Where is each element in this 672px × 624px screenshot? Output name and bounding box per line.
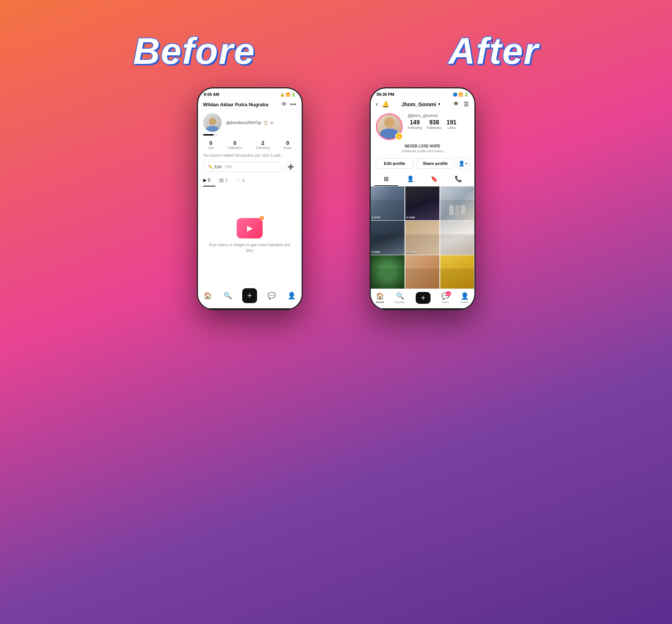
person-plus-icon: 👤+ bbox=[458, 160, 468, 166]
qr-icon[interactable]: ⊞ bbox=[270, 121, 273, 125]
before-stats: 0 Like 0 Followers 2 Following 0 Bean bbox=[198, 138, 302, 152]
grid-item-3[interactable] bbox=[440, 186, 474, 221]
before-home-nav[interactable]: 🏠 bbox=[202, 290, 213, 301]
before-time: 9:05 AM bbox=[204, 92, 220, 97]
before-avatar bbox=[203, 113, 222, 132]
before-status-icons: 🔒📶🔋 bbox=[280, 92, 296, 97]
after-explore-nav[interactable]: 🔍 Explore bbox=[395, 292, 405, 304]
before-status-bar: 9:05 AM 🔒📶🔋 bbox=[198, 88, 302, 98]
after-profile-nav[interactable]: 👤 Profile bbox=[460, 292, 469, 304]
grid-item-9[interactable] bbox=[440, 255, 474, 289]
before-stat-following: 2 Following bbox=[256, 140, 270, 150]
after-content-tabs: ⊞ 👤 🔖 📞 bbox=[371, 172, 474, 186]
more-icon[interactable]: ••• bbox=[290, 101, 296, 108]
before-progress-bar bbox=[203, 134, 218, 136]
video-tab-icon: ▶ bbox=[203, 178, 207, 183]
after-bio: NEVER LOSE HOPE Additional profile infor… bbox=[371, 143, 474, 156]
video-placeholder-icon: ▶ bbox=[237, 218, 263, 238]
before-empty-text: Post videos or images to gain more follo… bbox=[205, 242, 294, 253]
after-edit-profile-button[interactable]: Edit profile bbox=[376, 158, 414, 169]
before-stat-like: 0 Like bbox=[208, 140, 214, 150]
before-edit-row: ✏️ Edit 70% ➕ bbox=[198, 159, 302, 175]
after-label: After bbox=[448, 30, 539, 72]
dropdown-icon[interactable]: ▼ bbox=[437, 102, 441, 106]
explore-icon: 🔍 bbox=[396, 292, 404, 300]
after-tab-person[interactable]: 👤 bbox=[398, 172, 422, 186]
before-header-icons: 👁 ••• bbox=[281, 101, 296, 108]
before-profile-section: @jhonilono25547gi 📋 ⊞ bbox=[198, 110, 302, 134]
after-status-bar: 09:30 PM 🔵📶🔋 bbox=[371, 88, 474, 98]
after-stat-following: 149 Following bbox=[408, 119, 422, 130]
after-bio-line1: NEVER LOSE HOPE bbox=[376, 144, 469, 149]
after-nav-left: ‹ 🔔 bbox=[376, 100, 389, 108]
after-phone: 09:30 PM 🔵📶🔋 ‹ 🔔 Jhom_Gommi ▼ 👁 ☰ bbox=[370, 87, 475, 310]
profile-icon: 👤 bbox=[461, 292, 469, 300]
after-inbox-nav[interactable]: 💬 12 Inbox bbox=[441, 292, 449, 304]
before-bio: You haven't added introduction yet, clic… bbox=[198, 152, 302, 159]
before-tabs: ▶ 0 🖼 2 ♡ 4 bbox=[198, 175, 302, 187]
after-profile-area: + @jhom_ghommi 149 Following 938 Followe… bbox=[371, 110, 474, 143]
after-action-row: Edit profile Share profile 👤+ bbox=[371, 156, 474, 172]
back-icon[interactable]: ‹ bbox=[376, 100, 378, 108]
grid-item-5[interactable]: 0:11M bbox=[405, 221, 439, 255]
inbox-icon: 💬 12 bbox=[441, 292, 449, 300]
before-edit-button[interactable]: ✏️ Edit 70% bbox=[203, 162, 282, 172]
before-empty-area: ▶ Post videos or images to gain more fol… bbox=[198, 187, 302, 284]
inbox-badge: 12 bbox=[446, 291, 451, 296]
after-nav-right: 👁 ☰ bbox=[453, 101, 469, 108]
after-tab-grid[interactable]: ⊞ bbox=[374, 172, 399, 186]
before-message-nav[interactable]: 💬 bbox=[266, 290, 277, 301]
after-add-friend-button[interactable]: 👤+ bbox=[457, 157, 469, 169]
plus-icon: + bbox=[416, 292, 431, 304]
grid-item-6[interactable] bbox=[440, 221, 474, 255]
image-tab-icon: 🖼 bbox=[219, 178, 224, 183]
eye-icon[interactable]: 👁 bbox=[281, 101, 287, 108]
edit-icon: ✏️ bbox=[208, 165, 213, 169]
before-explore-nav[interactable]: 🔍 bbox=[223, 290, 233, 301]
before-bottom-nav: 🏠 🔍 + 💬 👤 bbox=[198, 284, 302, 308]
before-profile-nav[interactable]: 👤 bbox=[286, 290, 297, 301]
before-stat-followers: 0 Followers bbox=[228, 140, 242, 150]
grid-item-2[interactable]: 0:18M bbox=[405, 186, 439, 221]
home-icon: 🏠 bbox=[376, 292, 384, 300]
menu-icon[interactable]: ☰ bbox=[464, 101, 469, 108]
before-handle: @jhonilono25547gi bbox=[226, 120, 261, 125]
after-status-icons: 🔵📶🔋 bbox=[453, 92, 468, 97]
grid-item-7[interactable] bbox=[371, 255, 405, 289]
after-plus-nav[interactable]: + bbox=[416, 292, 431, 304]
after-avatar-wrap: + bbox=[376, 113, 403, 140]
before-tab-videos[interactable]: ▶ 0 bbox=[203, 175, 216, 186]
after-tab-bookmark[interactable]: 🔖 bbox=[422, 172, 447, 186]
heart-tab-icon: ♡ bbox=[237, 178, 241, 183]
after-grid: 0:21M 0:18M 0:29M 0:11M bbox=[371, 186, 474, 289]
grid-item-1[interactable]: 0:21M bbox=[371, 186, 405, 221]
bell-icon[interactable]: 🔔 bbox=[382, 101, 389, 108]
after-bio-line2: Additional profile information bbox=[376, 149, 469, 154]
after-handle: @jhom_ghommi bbox=[408, 113, 469, 118]
after-home-nav[interactable]: 🏠 Home bbox=[376, 292, 384, 304]
after-stat-likes: 191 Likes bbox=[447, 119, 457, 130]
before-username: Wildan Akbar Putra Nugraha bbox=[203, 102, 269, 107]
after-top-nav: ‹ 🔔 Jhom_Gommi ▼ 👁 ☰ bbox=[371, 98, 474, 110]
after-stat-followers: 938 Followers bbox=[427, 119, 442, 130]
after-tab-phone[interactable]: 📞 bbox=[447, 172, 471, 186]
grid-item-4[interactable]: 0:29M bbox=[371, 221, 405, 255]
before-tab-images[interactable]: 🖼 2 bbox=[219, 175, 233, 186]
visibility-icon[interactable]: 👁 bbox=[453, 101, 459, 108]
after-share-profile-button[interactable]: Share profile bbox=[416, 158, 454, 169]
before-add-friend-button[interactable]: ➕ bbox=[285, 161, 296, 172]
grid-item-8[interactable] bbox=[405, 255, 439, 289]
after-bottom-nav: 🏠 Home 🔍 Explore + 💬 12 bbox=[371, 289, 474, 308]
before-phone: 9:05 AM 🔒📶🔋 Wildan Akbar Putra Nugraha 👁… bbox=[197, 87, 303, 310]
before-stat-bean: 0 Bean bbox=[284, 140, 292, 150]
before-plus-nav[interactable]: + bbox=[242, 288, 257, 303]
after-time: 09:30 PM bbox=[377, 92, 395, 97]
copy-icon[interactable]: 📋 bbox=[263, 121, 268, 125]
after-nav-username: Jhom_Gommi ▼ bbox=[402, 101, 441, 107]
before-label: Before bbox=[133, 30, 255, 72]
before-tab-likes[interactable]: ♡ 4 bbox=[237, 175, 250, 186]
after-stats-row: 149 Following 938 Followers 191 Likes bbox=[408, 119, 469, 130]
after-avatar-plus-button[interactable]: + bbox=[395, 133, 403, 140]
before-header: Wildan Akbar Putra Nugraha 👁 ••• bbox=[198, 98, 302, 110]
